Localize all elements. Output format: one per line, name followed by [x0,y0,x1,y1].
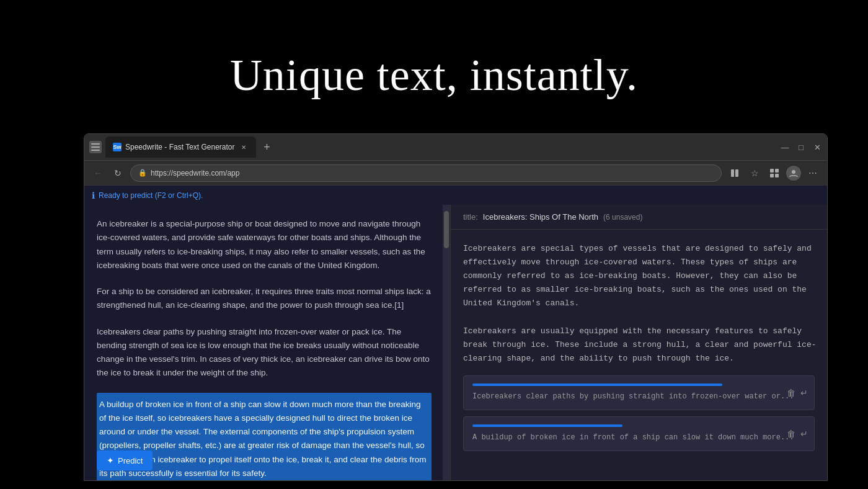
delete-suggestion-icon-2[interactable]: 🗑 [787,429,795,439]
settings-menu-button[interactable]: ⋯ [805,165,821,181]
suggestion-actions-2: 🗑 ↵ [787,429,808,439]
svg-rect-2 [91,150,100,151]
tab-favicon: Sw [113,143,122,151]
refresh-button[interactable]: ↻ [110,166,125,181]
delete-suggestion-icon-1[interactable]: 🗑 [787,388,795,398]
sidebar-toggle-icon[interactable] [89,141,102,153]
back-button[interactable]: ← [91,166,105,181]
suggestion-card-2[interactable]: A buildup of broken ice in front of a sh… [463,416,815,451]
predict-icon: ✦ [107,455,114,465]
suggestion-bar-2 [472,424,622,427]
scrollbar-thumb[interactable] [444,211,449,248]
browser-window: Sw Speedwrite - Fast Text Generator ✕ + … [84,133,828,481]
predict-button[interactable]: ✦ Predict [97,451,153,470]
source-text-area[interactable]: An icebreaker is a special-purpose ship … [84,205,450,480]
close-button[interactable]: ✕ [812,142,822,152]
svg-rect-0 [91,143,100,145]
svg-rect-6 [775,169,779,173]
predict-label: Predict [118,456,143,465]
accept-suggestion-icon-1[interactable]: ↵ [800,388,808,398]
info-message: Ready to predict (F2 or Ctrl+Q). [99,191,203,200]
suggestion-card-1[interactable]: Icebreakers clear paths by pushing strai… [463,375,815,410]
tab-title: Speedwrite - Fast Text Generator [125,143,235,151]
svg-rect-1 [91,146,100,148]
url-text: https://speedwrite.com/app [151,169,239,177]
info-bar: ℹ Ready to predict (F2 or Ctrl+Q). [84,185,827,205]
main-content: An icebreaker is a special-purpose ship … [84,205,827,480]
scrollbar-track[interactable] [443,205,450,480]
source-paragraph-1: An icebreaker is a special-purpose ship … [97,217,432,272]
generated-text-block: Icebreakers are special types of vessels… [463,242,815,366]
url-bar[interactable]: 🔒 https://speedwrite.com/app [130,164,722,182]
info-icon: ℹ [92,191,95,200]
source-paragraph-3: Icebreakers clear paths by pushing strai… [97,325,432,380]
address-bar: ← ↻ 🔒 https://speedwrite.com/app ☆ [84,160,827,185]
lock-icon: 🔒 [138,169,147,177]
tab-close-button[interactable]: ✕ [239,142,249,152]
svg-rect-5 [770,169,774,173]
svg-rect-8 [775,174,779,177]
suggestion-text-2: A buildup of broken ice in front of a sh… [472,432,805,443]
suggestion-bar-1 [472,384,722,386]
hero-title: Unique text, instantly. [0,50,868,101]
read-mode-button[interactable] [727,165,743,181]
suggestion-actions-1: 🗑 ↵ [787,388,808,398]
title-bar: Sw Speedwrite - Fast Text Generator ✕ + … [84,134,827,160]
document-title: Icebreakers: Ships Of The North [483,212,598,222]
svg-rect-7 [770,174,774,177]
accept-suggestion-icon-2[interactable]: ↵ [800,429,808,439]
minimize-button[interactable]: — [780,142,790,152]
svg-rect-4 [735,169,738,177]
collections-button[interactable] [766,165,782,181]
svg-rect-3 [731,169,734,177]
maximize-button[interactable]: □ [796,142,806,152]
favorites-button[interactable]: ☆ [746,165,763,181]
profile-button[interactable] [786,166,801,181]
title-label: title: [463,212,478,222]
suggestion-text-1: Icebreakers clear paths by pushing strai… [472,391,805,402]
svg-point-9 [792,170,795,174]
document-header: title: Icebreakers: Ships Of The North (… [451,205,827,230]
unsaved-count: (6 unsaved) [603,213,642,222]
browser-tab[interactable]: Sw Speedwrite - Fast Text Generator ✕ [105,137,256,158]
generated-content-area: Icebreakers are special types of vessels… [451,230,827,480]
left-panel: An icebreaker is a special-purpose ship … [84,205,450,480]
new-tab-button[interactable]: + [260,140,275,155]
source-paragraph-2: For a ship to be considered an icebreake… [97,285,432,313]
right-panel: title: Icebreakers: Ships Of The North (… [451,205,827,480]
